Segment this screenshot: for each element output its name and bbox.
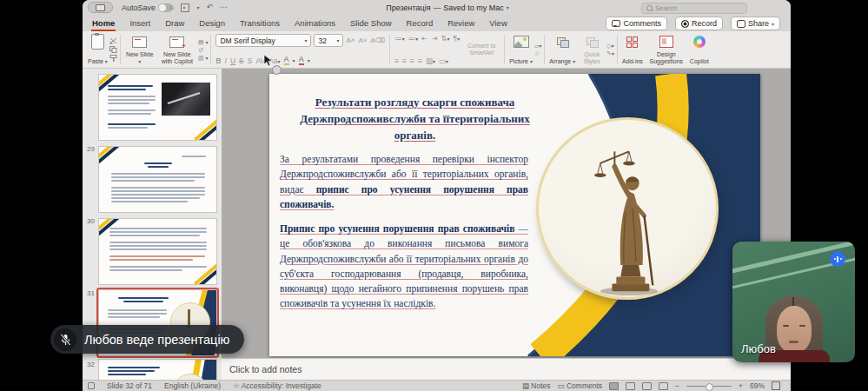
- home-icon[interactable]: ⌂: [169, 3, 174, 11]
- save-icon[interactable]: [181, 3, 189, 12]
- align-center-icon[interactable]: ≡: [402, 56, 407, 65]
- strikethrough-icon[interactable]: S: [239, 56, 244, 65]
- slide-thumbnail-33[interactable]: [98, 359, 217, 380]
- paragraph-group: ≔▾ ≕▾ ⇤ ⇥ ⇅▾ ¶▾ ≡ ≡ ≡ ≡ ▥▾ ▭▾: [393, 33, 461, 66]
- thumbnail-number: 29: [87, 145, 95, 153]
- picture-button[interactable]: Picture ▾: [507, 33, 534, 66]
- convert-to-smartart-button[interactable]: Convert to SmartArt: [461, 33, 501, 66]
- comments-button[interactable]: Comments: [606, 17, 667, 30]
- design-suggestions-button[interactable]: Design Suggestions: [645, 33, 688, 66]
- fit-slide-to-window-icon[interactable]: [772, 381, 780, 390]
- lady-justice-statue: [575, 128, 679, 297]
- ribbon-toolbar: Paste ▾ New Slide ▾ ✦ New Slide with Cop…: [83, 31, 791, 69]
- zoom-slider[interactable]: [686, 386, 732, 387]
- underline-icon[interactable]: U: [230, 56, 235, 65]
- zoom-level[interactable]: 69%: [750, 381, 765, 390]
- tab-record[interactable]: Record: [406, 18, 434, 31]
- copilot-button[interactable]: Copilot: [688, 33, 711, 66]
- paste-button[interactable]: Paste ▾: [86, 33, 109, 66]
- add-ins-button[interactable]: Add-ins: [620, 33, 645, 66]
- title-caret-icon[interactable]: ▾: [507, 4, 509, 10]
- font-color-icon[interactable]: A: [299, 56, 304, 65]
- search-placeholder: Search: [655, 4, 677, 12]
- tab-view[interactable]: View: [488, 18, 507, 31]
- notes-toggle[interactable]: ▤ Notes: [522, 381, 551, 390]
- new-slide-button[interactable]: New Slide ▾: [123, 33, 156, 66]
- arrange-button[interactable]: Arrange ▾: [547, 33, 577, 66]
- icons-icon[interactable]: ☆: [534, 50, 541, 56]
- reading-view-button[interactable]: [642, 382, 652, 390]
- paste-label: Paste: [88, 58, 103, 64]
- shapes-icon[interactable]: ▱▾: [534, 43, 541, 49]
- slide-sorter-view-button[interactable]: [626, 382, 635, 390]
- numbering-icon[interactable]: ≕▾: [408, 34, 419, 43]
- line-spacing-icon[interactable]: ⇅▾: [441, 34, 449, 43]
- notes-placeholder: Click to add notes: [229, 364, 301, 374]
- normal-view-button[interactable]: [609, 382, 619, 390]
- slide-title[interactable]: Результати розгляду скарги споживача Дер…: [291, 95, 539, 144]
- slide-thumbnail-29[interactable]: [98, 74, 217, 141]
- save-caret-icon[interactable]: ▾: [196, 4, 199, 10]
- picture-label: Picture: [509, 58, 528, 64]
- more-commands-icon[interactable]: ⋯: [220, 3, 228, 11]
- justify-icon[interactable]: ≡: [418, 56, 422, 65]
- font-size-select[interactable]: 32▾: [314, 34, 343, 47]
- slide-paragraph-2[interactable]: Припис про усунення порушення прав спожи…: [280, 222, 528, 312]
- tab-transitions[interactable]: Transitions: [239, 18, 281, 31]
- participant-video-tile[interactable]: Любов: [732, 242, 855, 362]
- highlight-color-icon[interactable]: A: [284, 56, 289, 65]
- increase-indent-icon[interactable]: ⇥: [431, 34, 437, 43]
- tab-design[interactable]: Design: [198, 18, 226, 31]
- font-name-select[interactable]: DM Serif Display▾: [215, 34, 311, 47]
- layout-icon[interactable]: ▤ ▾: [198, 39, 209, 45]
- undo-icon[interactable]: ↶: [206, 3, 213, 11]
- shape-outline-icon[interactable]: ✎▾: [606, 50, 614, 56]
- comments-button-label: Comments: [623, 19, 661, 28]
- columns-icon[interactable]: ▥▾: [426, 56, 435, 65]
- slide-thumbnail-31[interactable]: [98, 218, 217, 285]
- tab-insert[interactable]: Insert: [129, 18, 151, 31]
- comments-toggle[interactable]: ▭ Comments: [558, 381, 603, 390]
- increase-font-size-icon[interactable]: A˄: [346, 36, 354, 44]
- bullets-icon[interactable]: ≔▾: [394, 34, 405, 43]
- language-status[interactable]: English (Ukraine): [164, 381, 221, 390]
- tab-slide-show[interactable]: Slide Show: [349, 18, 393, 31]
- slide-canvas[interactable]: Результати розгляду скарги споживача Дер…: [269, 74, 760, 356]
- text-shadow-icon[interactable]: S: [248, 56, 253, 65]
- tab-review[interactable]: Review: [447, 18, 475, 31]
- italic-icon[interactable]: I: [225, 56, 227, 65]
- align-right-icon[interactable]: ≡: [410, 56, 414, 65]
- text-direction-icon[interactable]: ¶▾: [454, 34, 461, 43]
- search-input[interactable]: Search: [641, 3, 747, 14]
- copy-icon[interactable]: [109, 46, 117, 53]
- pane-grid-icon[interactable]: [88, 382, 95, 389]
- slideshow-view-button[interactable]: [659, 382, 668, 390]
- tab-draw[interactable]: Draw: [164, 18, 185, 31]
- shape-fill-icon[interactable]: ◇▾: [606, 43, 614, 49]
- share-button[interactable]: Share ▾: [731, 17, 780, 30]
- decrease-font-size-icon[interactable]: A˅: [358, 36, 367, 44]
- record-button[interactable]: Record: [675, 17, 723, 30]
- accessibility-status[interactable]: ☆ Accessibility: Investigate: [233, 381, 321, 390]
- decrease-indent-icon[interactable]: ⇤: [421, 34, 427, 43]
- window-controls-pill[interactable]: [88, 2, 113, 13]
- slide-paragraph-1[interactable]: За результатами проведення перевірки інс…: [280, 152, 528, 212]
- tab-home[interactable]: Home: [91, 18, 116, 31]
- reset-icon[interactable]: ↺: [198, 47, 209, 53]
- participant-name-label: Любов: [741, 342, 776, 355]
- slide-thumbnail-30[interactable]: [98, 146, 217, 213]
- section-icon[interactable]: ▥ ▾: [198, 55, 209, 61]
- quick-styles-button[interactable]: Quick Styles: [577, 33, 606, 66]
- zoom-out-button[interactable]: −: [675, 381, 679, 390]
- paragraph-2-bold-text: Припис про усунення порушення прав спожи…: [280, 223, 514, 234]
- cut-icon[interactable]: [109, 37, 117, 44]
- format-painter-icon[interactable]: [109, 55, 117, 62]
- new-slide-with-copilot-button[interactable]: ✦ New Slide with Copilot: [156, 33, 198, 66]
- clear-formatting-icon[interactable]: A⌫: [370, 36, 385, 44]
- zoom-in-button[interactable]: +: [739, 381, 743, 390]
- text-box-icon[interactable]: ▭▾: [439, 56, 448, 65]
- bold-icon[interactable]: B: [215, 56, 221, 65]
- notes-pane[interactable]: Click to add notes: [222, 358, 791, 380]
- align-left-icon[interactable]: ≡: [394, 56, 399, 65]
- tab-animations[interactable]: Animations: [294, 18, 336, 31]
